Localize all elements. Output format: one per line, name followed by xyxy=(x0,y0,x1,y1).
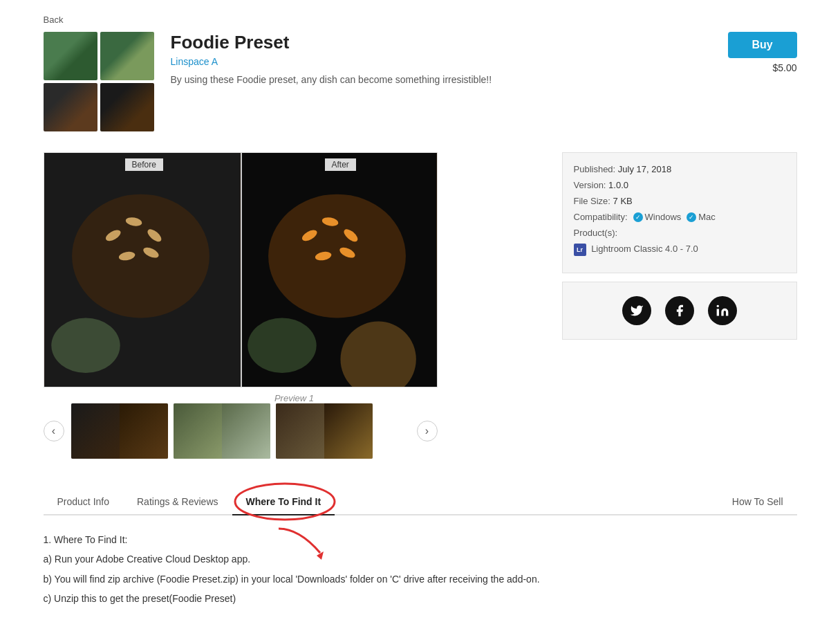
thumb-3[interactable] xyxy=(44,83,97,131)
tab-product-info[interactable]: Product Info xyxy=(44,489,124,515)
thumb-1[interactable] xyxy=(44,32,97,80)
metadata-box: Published: July 17, 2018 Version: 1.0.0 … xyxy=(562,152,797,273)
lightroom-row: Lr Lightroom Classic 4.0 - 7.0 xyxy=(574,244,785,256)
filesize-row: File Size: 7 KB xyxy=(574,196,785,206)
facebook-icon[interactable] xyxy=(665,296,694,325)
product-info: Foodie Preset Linspace A By using these … xyxy=(171,32,711,85)
carousel-item-3[interactable] xyxy=(276,403,373,459)
content-line-3: b) You will find zip archive (Foodie Pre… xyxy=(44,572,797,587)
buy-section: Buy $5.00 xyxy=(728,32,797,73)
published-row: Published: July 17, 2018 xyxy=(574,164,785,174)
products-label-row: Product(s): xyxy=(574,228,785,238)
back-link[interactable]: Back xyxy=(44,15,64,25)
svg-point-11 xyxy=(248,318,316,374)
version-row: Version: 1.0.0 xyxy=(574,180,785,190)
windows-check-icon: ✓ xyxy=(633,212,643,222)
tab-ratings-reviews[interactable]: Ratings & Reviews xyxy=(123,489,232,515)
mac-check-icon: ✓ xyxy=(687,212,696,222)
before-half xyxy=(44,153,241,387)
linkedin-icon[interactable] xyxy=(708,296,737,325)
carousel-item-1[interactable] xyxy=(71,403,168,459)
buy-button[interactable]: Buy xyxy=(728,32,797,58)
thumb-2[interactable] xyxy=(100,32,154,80)
preview-caption: Preview 1 xyxy=(44,393,545,403)
metadata-panel: Published: July 17, 2018 Version: 1.0.0 … xyxy=(562,152,797,475)
carousel-prev-button[interactable]: ‹ xyxy=(44,421,64,441)
mac-compat: ✓ Mac xyxy=(687,212,716,222)
carousel-section: ‹ › xyxy=(44,403,438,459)
lr-badge-icon: Lr xyxy=(574,244,586,256)
content-section: 1. Where To Find It: a) Run your Adobe C… xyxy=(44,529,797,614)
content-line-4: c) Unzip this to get the preset(Foodie P… xyxy=(44,591,797,606)
compatibility-row: Compatibility: ✓ Windows ✓ Mac xyxy=(574,212,785,222)
carousel-next-button[interactable]: › xyxy=(417,421,438,441)
thumb-4[interactable] xyxy=(100,83,154,131)
tab-how-to-sell[interactable]: How To Sell xyxy=(718,489,797,515)
svg-point-10 xyxy=(268,194,406,318)
before-label: Before xyxy=(125,158,163,171)
content-line-2: a) Run your Adobe Creative Cloud Desktop… xyxy=(44,551,797,567)
arrow-annotation xyxy=(272,525,341,560)
before-after-container: Before After Preview 1 xyxy=(44,152,545,403)
product-title: Foodie Preset xyxy=(171,32,711,53)
tab-where-to-find[interactable]: Where To Find It xyxy=(232,489,335,515)
product-description: By using these Foodie preset, any dish c… xyxy=(171,74,711,85)
svg-point-2 xyxy=(51,318,120,374)
thumbnail-grid xyxy=(44,32,154,131)
svg-point-18 xyxy=(716,305,718,307)
content-line-1: 1. Where To Find It: xyxy=(44,532,797,547)
price: $5.00 xyxy=(772,62,796,73)
twitter-icon[interactable] xyxy=(622,296,651,325)
carousel-items xyxy=(71,403,410,459)
divider-line xyxy=(241,153,242,387)
carousel-item-2[interactable] xyxy=(174,403,270,459)
after-label: After xyxy=(325,158,356,171)
after-half xyxy=(241,153,437,387)
svg-point-1 xyxy=(72,194,209,318)
windows-compat: ✓ Windows xyxy=(633,212,682,222)
product-author[interactable]: Linspace A xyxy=(171,56,711,67)
social-box xyxy=(562,282,797,340)
tabs-section: Product Info Ratings & Reviews Where To … xyxy=(44,489,797,515)
before-after-image: Before After xyxy=(44,152,438,387)
